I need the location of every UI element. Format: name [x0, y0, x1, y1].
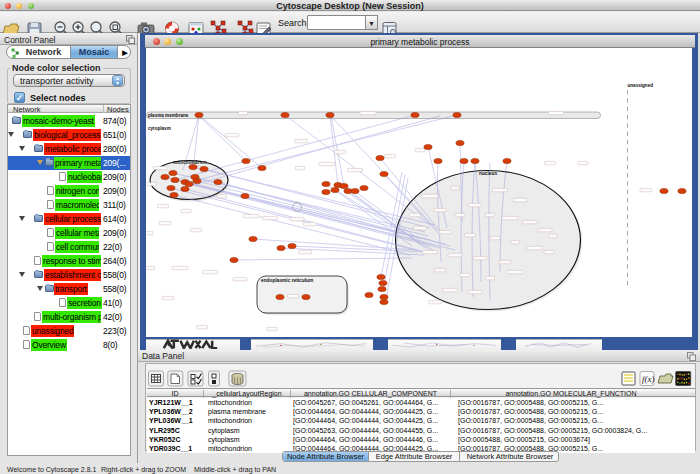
- svg-text:endoplasmic reticulum: endoplasmic reticulum: [261, 278, 313, 283]
- svg-text:unassigned: unassigned: [628, 83, 654, 88]
- svg-text:nucleus: nucleus: [479, 171, 497, 176]
- svg-text:plasma membrane: plasma membrane: [148, 113, 189, 118]
- svg-text:f(x): f(x): [642, 374, 655, 384]
- svg-text:mitochondrion: mitochondrion: [173, 160, 207, 165]
- svg-text:cytoplasm: cytoplasm: [148, 126, 171, 131]
